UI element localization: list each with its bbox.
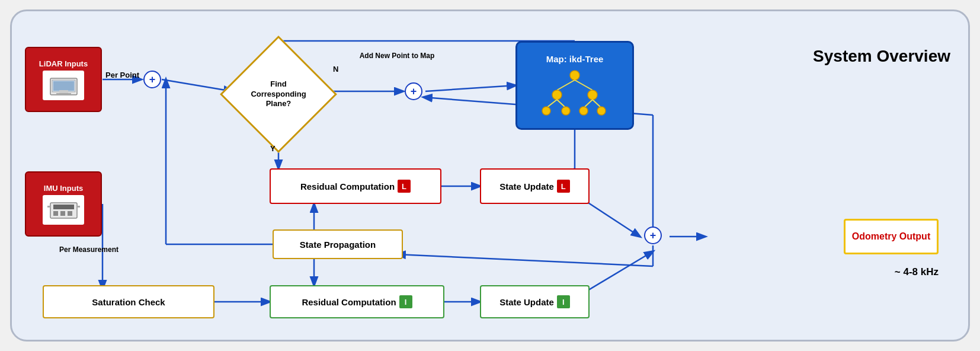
- y-label: Y: [270, 144, 276, 153]
- svg-point-30: [552, 90, 562, 100]
- imu-i-badge2: I: [557, 295, 570, 308]
- find-plane-diamond: FindCorrespondingPlane?: [231, 47, 326, 142]
- map-label: Map: ikd-Tree: [546, 54, 604, 64]
- tree-svg: [533, 66, 616, 117]
- svg-point-31: [588, 90, 597, 100]
- imu-icon: [43, 195, 84, 225]
- svg-line-28: [557, 80, 575, 90]
- residual-imu-text: Residual Computation: [302, 297, 396, 307]
- per-measurement-label: Per Measurement: [59, 245, 119, 254]
- svg-rect-43: [60, 211, 65, 216]
- odometry-label: Odometry Output: [852, 231, 930, 242]
- imu-i-badge: I: [399, 295, 412, 308]
- add-point-label: Add New Point to Map: [356, 52, 438, 60]
- system-title: System Overview: [813, 47, 950, 66]
- state-propagation-box: State Propagation: [273, 229, 403, 259]
- residual-computation-lidar-box: Residual Computation L: [270, 168, 441, 204]
- n-label: N: [333, 65, 338, 74]
- svg-line-3: [425, 85, 515, 91]
- circle-plus-add-point: +: [405, 82, 422, 100]
- svg-rect-46: [77, 206, 80, 208]
- per-point-label: Per Point: [105, 71, 139, 79]
- svg-rect-26: [56, 93, 71, 95]
- svg-line-16: [397, 254, 653, 266]
- imu-label: IMU Inputs: [44, 184, 83, 193]
- lidar-l-badge: L: [398, 180, 411, 193]
- state-update-imu-box: State Update I: [480, 285, 590, 318]
- lidar-input-box: LiDAR Inputs: [25, 47, 102, 112]
- residual-computation-imu-box: Residual Computation I: [270, 285, 444, 318]
- odometry-output-box: Odometry Output: [844, 219, 939, 254]
- svg-point-27: [570, 71, 579, 80]
- state-update-imu-text: State Update: [499, 297, 554, 307]
- svg-line-1: [162, 79, 232, 91]
- svg-rect-44: [68, 211, 72, 216]
- svg-point-37: [562, 107, 570, 115]
- svg-rect-42: [53, 211, 58, 216]
- residual-lidar-text: Residual Computation: [300, 181, 395, 192]
- svg-rect-24: [53, 81, 74, 91]
- circle-plus-lidar: +: [143, 71, 161, 88]
- lidar-l-badge2: L: [557, 180, 570, 193]
- circle-plus-output: +: [644, 226, 662, 244]
- svg-line-29: [575, 80, 593, 90]
- state-update-lidar-box: State Update L: [480, 168, 590, 204]
- svg-point-36: [542, 107, 550, 115]
- map-box: Map: ikd-Tree: [515, 41, 634, 130]
- svg-point-39: [597, 107, 606, 115]
- diamond-label: FindCorrespondingPlane?: [231, 47, 326, 142]
- state-update-lidar-text: State Update: [499, 181, 554, 192]
- svg-rect-41: [53, 205, 74, 209]
- freq-label: ~ 4-8 kHz: [895, 266, 939, 278]
- svg-point-38: [579, 107, 588, 115]
- saturation-check-text: Saturation Check: [92, 297, 165, 307]
- state-propagation-text: State Propagation: [300, 240, 376, 250]
- saturation-check-box: Saturation Check: [43, 285, 214, 318]
- imu-input-box: IMU Inputs: [25, 171, 102, 237]
- main-container: LiDAR Inputs Per Point + FindCorrespondi…: [10, 9, 970, 342]
- lidar-label: LiDAR Inputs: [39, 59, 88, 68]
- svg-rect-25: [59, 90, 68, 93]
- svg-rect-45: [47, 206, 50, 208]
- lidar-icon: [43, 71, 84, 100]
